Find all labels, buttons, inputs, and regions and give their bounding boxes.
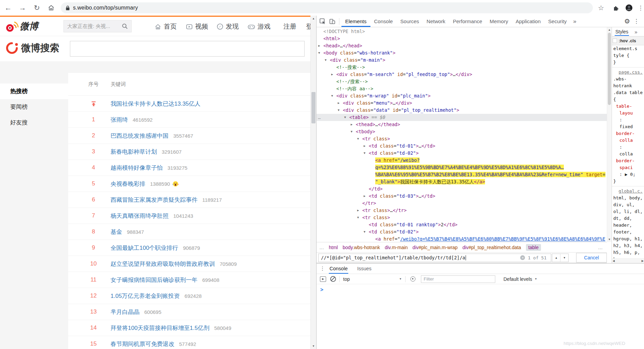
- devtools-tab-memory[interactable]: Memory: [486, 16, 512, 27]
- previous-match-icon[interactable]: ▲: [552, 254, 560, 262]
- dom-tree-node[interactable]: ▼<tr class>: [317, 135, 607, 142]
- breadcrumb-item-div[interactable]: div.m-main: [385, 245, 408, 250]
- cancel-button[interactable]: Cancel: [576, 253, 607, 262]
- dom-tree-node[interactable]: ▶<td class="td-01">…</td>: [317, 142, 607, 150]
- nav-item-视频[interactable]: 视频: [186, 22, 208, 31]
- dom-tree-node[interactable]: q=%23%E6%88%91%E5%9B%BD%E7%A4%BE%E4%BF%9…: [317, 164, 607, 171]
- login-link[interactable]: 登: [306, 22, 310, 31]
- dom-tree-node[interactable]: ▼<tbody>: [317, 128, 607, 135]
- collapse-arrow-icon[interactable]: ▼: [364, 150, 365, 157]
- settings-gear-icon[interactable]: ⚙: [624, 17, 630, 25]
- elements-scrollbar[interactable]: ▲ ▼: [607, 27, 612, 242]
- styles-filter-input[interactable]: [613, 39, 617, 43]
- dom-tree-node[interactable]: …▼<table> == $0: [317, 114, 607, 121]
- breadcrumb-item-body[interactable]: body.wbs-hotrank: [342, 245, 380, 250]
- dom-tree-node[interactable]: ▶<head>…</head>: [317, 42, 607, 49]
- collapse-arrow-icon[interactable]: ▼: [331, 92, 333, 100]
- devtools-tab-sources[interactable]: Sources: [397, 16, 423, 27]
- console-sidebar-toggle-icon[interactable]: ▶: [320, 276, 326, 282]
- devtools-tab-application[interactable]: Application: [512, 16, 544, 27]
- keyword-link[interactable]: 杨天真晒张雨绮孕肚照: [111, 212, 169, 220]
- expand-arrow-icon[interactable]: ▶: [318, 42, 320, 49]
- devtools-tab-network[interactable]: Network: [423, 16, 449, 27]
- breadcrumb-item-div[interactable]: div#plc_main.m-wrap: [412, 245, 457, 250]
- nav-item-发现[interactable]: 发现: [217, 22, 239, 31]
- register-link[interactable]: 注册: [283, 22, 296, 31]
- styles-more-icon[interactable]: »: [634, 29, 637, 35]
- keyword-link[interactable]: 全国最缺工100个职业排行: [111, 244, 178, 252]
- styles-scroll-left-icon[interactable]: ◀: [613, 259, 615, 262]
- search-icon[interactable]: [122, 23, 128, 29]
- dom-tree-node[interactable]: ▼<td class="td-02">: [317, 228, 607, 236]
- collapse-arrow-icon[interactable]: ▼: [338, 107, 339, 114]
- dom-tree-node[interactable]: ▶<tr class>…</tr>: [317, 207, 607, 214]
- dom-tree-node[interactable]: ▼<tr class>: [317, 214, 607, 221]
- styles-scroll-right-icon[interactable]: ▶: [642, 259, 644, 262]
- console-output[interactable]: > https://blog.csdn.net/wqeWED: [317, 284, 644, 349]
- collapse-arrow-icon[interactable]: ▼: [364, 228, 365, 236]
- breadcrumb-item-html[interactable]: html: [329, 245, 338, 250]
- device-toolbar-icon[interactable]: [327, 17, 337, 26]
- sidebar-item-要闻榜[interactable]: 要闻榜: [0, 99, 68, 115]
- dom-tree-node[interactable]: <!DOCTYPE html>: [317, 28, 607, 35]
- collapse-arrow-icon[interactable]: ▼: [357, 135, 359, 142]
- dom-tree-node[interactable]: </td>: [317, 185, 607, 193]
- collapse-arrow-icon[interactable]: ▼: [344, 114, 346, 121]
- keyword-link[interactable]: 巴西总统发推感谢中国: [111, 132, 169, 140]
- stylesheet-link[interactable]: global.c.: [612, 188, 644, 195]
- breadcrumb-overflow-left[interactable]: …: [319, 245, 324, 250]
- browser-menu-icon[interactable]: ⋮: [635, 2, 644, 13]
- node-menu-dots[interactable]: …: [318, 114, 321, 121]
- keyword-link[interactable]: 拜登将100天疫苗接种目标增至1.5亿剂: [111, 324, 209, 332]
- console-filter-input[interactable]: Filter: [421, 275, 495, 283]
- keyword-link[interactable]: 央视春晚彩排: [111, 180, 145, 188]
- expand-arrow-icon[interactable]: ▶: [364, 193, 365, 200]
- devtools-tab-performance[interactable]: Performance: [449, 16, 486, 27]
- dom-tree-node[interactable]: ▼<body class="wbs-hotrank">: [317, 49, 607, 57]
- page-scrollbar[interactable]: ▲ ▼: [310, 16, 316, 349]
- dom-tree-node[interactable]: </tr>: [317, 200, 607, 207]
- dom-tree-node[interactable]: ▼<div class="m-wrap" id="plc_main">: [317, 92, 607, 100]
- scroll-down-icon[interactable]: ▼: [311, 345, 316, 348]
- keyword-link[interactable]: 春节期间机票可免费退改: [111, 340, 174, 348]
- devtools-tab-console[interactable]: Console: [370, 16, 397, 27]
- collapse-arrow-icon[interactable]: ▼: [357, 214, 359, 221]
- expand-arrow-icon[interactable]: ▶: [331, 71, 333, 78]
- extension-icon[interactable]: [611, 2, 621, 13]
- scroll-up-icon[interactable]: ▲: [311, 17, 316, 20]
- drawer-menu-icon[interactable]: ⋮: [320, 265, 325, 272]
- keyword-link[interactable]: 女子瞒报病情回国后确诊获刑一年: [111, 276, 197, 284]
- dom-tree-node[interactable]: <!--内容 aa-->: [317, 85, 607, 92]
- page-scrollbar-thumb[interactable]: [311, 92, 316, 123]
- header-search-input[interactable]: 大家正在搜: 央视...: [63, 20, 132, 32]
- next-match-icon[interactable]: ▼: [560, 254, 568, 262]
- inspect-element-icon[interactable]: [318, 17, 327, 26]
- styles-toggles[interactable]: :hov .cls: [619, 39, 636, 43]
- avatar[interactable]: [624, 2, 634, 13]
- expand-arrow-icon[interactable]: ▶: [357, 207, 359, 214]
- reload-icon[interactable]: ↻: [31, 2, 42, 13]
- keyword-link[interactable]: 西藏冒险王家属发声质疑失踪事件: [111, 196, 197, 204]
- sidebar-item-热搜榜[interactable]: 热搜榜: [0, 84, 68, 99]
- main-search-input[interactable]: [70, 41, 305, 57]
- address-bar[interactable]: s.weibo.com/top/summary: [61, 2, 593, 13]
- devtools-tab-security[interactable]: Security: [544, 16, 570, 27]
- expand-arrow-icon[interactable]: ▶: [351, 121, 352, 128]
- breadcrumb-item-table[interactable]: table: [526, 244, 541, 251]
- breadcrumb-item-div[interactable]: div#pl_top_realtimehot.data: [463, 245, 521, 250]
- context-select[interactable]: top ▼: [343, 276, 402, 282]
- keyword-link[interactable]: 我国社保卡持卡人数已达13.35亿人: [111, 100, 201, 108]
- keyword-link[interactable]: 张雨绮: [111, 116, 128, 124]
- sidebar-item-好友搜[interactable]: 好友搜: [0, 115, 68, 131]
- back-icon[interactable]: ←: [3, 2, 14, 13]
- clear-console-icon[interactable]: [330, 276, 336, 282]
- log-levels-select[interactable]: Default levels ▼: [503, 276, 537, 282]
- browser-home-icon[interactable]: [46, 2, 57, 13]
- expand-arrow-icon[interactable]: ▶: [364, 142, 365, 150]
- styles-hscrollbar[interactable]: ◀ ▶: [612, 258, 644, 263]
- keyword-link[interactable]: 基金: [111, 228, 122, 236]
- console-prompt[interactable]: >: [320, 287, 323, 293]
- dom-tree-node[interactable]: <a href="/weibo?q=%E5%B7%B4%E8%A5%BF%E6%…: [317, 236, 607, 242]
- bookmark-star-icon[interactable]: ☆: [596, 2, 606, 13]
- dom-tree-node[interactable]: ▶<div class="menu">…</div>: [317, 100, 607, 107]
